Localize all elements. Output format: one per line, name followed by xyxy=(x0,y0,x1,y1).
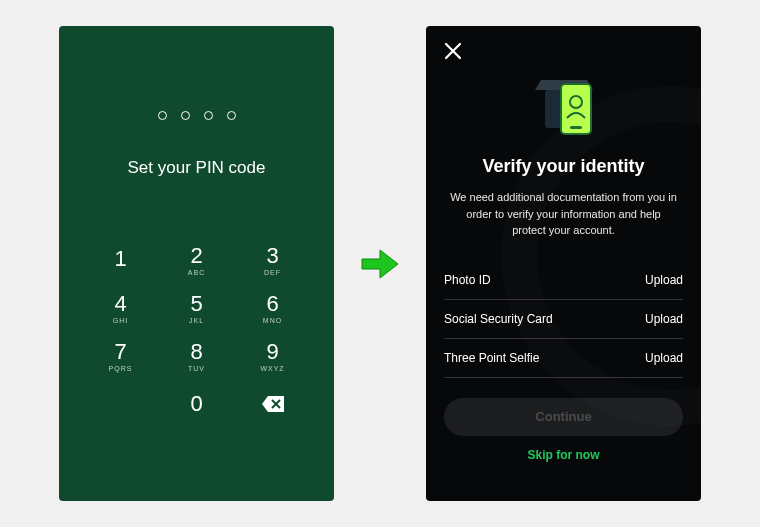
pin-dot xyxy=(158,111,167,120)
arrow-right-icon xyxy=(358,242,402,286)
key-empty xyxy=(86,382,156,426)
key-6[interactable]: 6MNO xyxy=(238,286,308,330)
pin-dot xyxy=(181,111,190,120)
doc-row-photo-id: Photo ID Upload xyxy=(444,261,683,300)
keypad: 1 2ABC 3DEF 4GHI 5JKL 6MNO 7PQRS 8TUV 9W… xyxy=(86,238,308,426)
upload-link[interactable]: Upload xyxy=(645,351,683,365)
pin-indicator xyxy=(158,111,236,120)
verify-screen: Verify your identity We need additional … xyxy=(426,26,701,501)
doc-row-selfie: Three Point Selfie Upload xyxy=(444,339,683,378)
key-7[interactable]: 7PQRS xyxy=(86,334,156,378)
skip-link[interactable]: Skip for now xyxy=(444,448,683,462)
key-1[interactable]: 1 xyxy=(86,238,156,282)
svg-rect-3 xyxy=(570,126,582,129)
upload-link[interactable]: Upload xyxy=(645,273,683,287)
key-8[interactable]: 8TUV xyxy=(162,334,232,378)
continue-button[interactable]: Continue xyxy=(444,398,683,436)
pin-screen: Set your PIN code 1 2ABC 3DEF 4GHI 5JKL … xyxy=(59,26,334,501)
doc-label: Social Security Card xyxy=(444,312,553,326)
doc-label: Photo ID xyxy=(444,273,491,287)
key-9[interactable]: 9WXYZ xyxy=(238,334,308,378)
backspace-icon xyxy=(261,395,285,413)
pin-dot xyxy=(227,111,236,120)
upload-link[interactable]: Upload xyxy=(645,312,683,326)
verify-description: We need additional documentation from yo… xyxy=(444,189,683,239)
key-3[interactable]: 3DEF xyxy=(238,238,308,282)
close-icon[interactable] xyxy=(444,42,462,60)
doc-label: Three Point Selfie xyxy=(444,351,539,365)
key-5[interactable]: 5JKL xyxy=(162,286,232,330)
key-4[interactable]: 4GHI xyxy=(86,286,156,330)
key-2[interactable]: 2ABC xyxy=(162,238,232,282)
pin-title: Set your PIN code xyxy=(128,158,266,178)
identity-illustration xyxy=(525,72,603,138)
verify-title: Verify your identity xyxy=(444,156,683,177)
doc-row-ssn-card: Social Security Card Upload xyxy=(444,300,683,339)
key-0[interactable]: 0 xyxy=(162,382,232,426)
key-backspace[interactable] xyxy=(238,382,308,426)
pin-dot xyxy=(204,111,213,120)
